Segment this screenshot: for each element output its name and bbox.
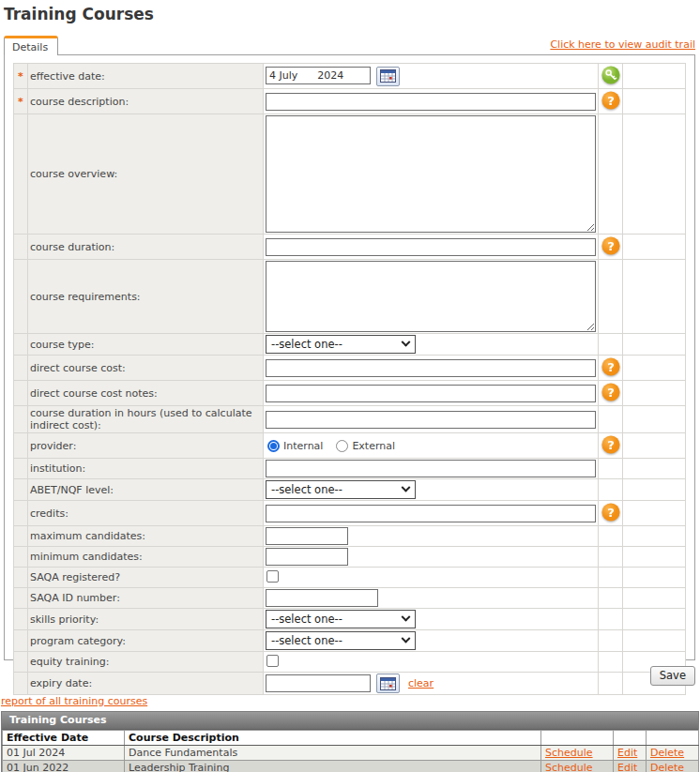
equity-training-checkbox[interactable] xyxy=(266,655,279,667)
column-header-effective-date: Effective Date xyxy=(3,731,125,746)
provider-external-label: External xyxy=(352,440,395,452)
svg-text:?: ? xyxy=(607,506,615,520)
cell-course-description: Dance Fundamentals xyxy=(125,746,541,761)
svg-text:?: ? xyxy=(607,386,615,400)
required-marker: * xyxy=(14,64,28,89)
course-overview-textarea[interactable] xyxy=(266,115,596,233)
provider-radio-group: Internal External xyxy=(266,440,596,452)
calendar-button[interactable] xyxy=(376,67,400,86)
maximum-candidates-label: maximum candidates: xyxy=(30,530,145,542)
help-icon[interactable]: ? xyxy=(601,503,620,522)
form-row-provider: provider: Internal External ? xyxy=(14,433,686,459)
institution-input[interactable] xyxy=(266,460,596,477)
training-courses-table: Training Courses Effective Date Course D… xyxy=(1,711,699,772)
skills-priority-select[interactable]: --select one-- xyxy=(266,610,416,628)
selected-option: --select one-- xyxy=(271,338,342,351)
course-type-select[interactable]: --select one-- xyxy=(266,335,416,354)
delete-link[interactable]: Delete xyxy=(650,747,684,759)
table-header-row: Effective Date Course Description xyxy=(3,731,699,746)
program-category-select[interactable]: --select one-- xyxy=(266,631,416,650)
course-duration-hours-label: course duration in hours (used to calcul… xyxy=(30,407,252,431)
help-icon[interactable]: ? xyxy=(601,236,620,255)
clear-date-link[interactable]: clear xyxy=(408,677,434,689)
selected-option: --select one-- xyxy=(271,613,342,626)
minimum-candidates-input[interactable] xyxy=(266,548,348,566)
skills-priority-label: skills priority: xyxy=(30,613,99,626)
table-row: 01 Jul 2024 Dance Fundamentals Schedule … xyxy=(3,746,699,761)
form-row-program-category: program category: --select one-- xyxy=(14,630,686,652)
form-row-course-overview: course overview: xyxy=(14,114,686,235)
form-row-course-requirements: course requirements: xyxy=(14,260,686,334)
minimum-candidates-label: minimum candidates: xyxy=(30,551,143,563)
key-icon[interactable] xyxy=(601,66,620,84)
form-row-abet-nqf-level: ABET/NQF level: --select one-- xyxy=(14,479,686,501)
delete-link[interactable]: Delete xyxy=(650,762,684,772)
credits-input[interactable] xyxy=(266,505,596,522)
help-icon[interactable]: ? xyxy=(601,357,620,376)
direct-course-cost-notes-label: direct course cost notes: xyxy=(30,387,158,400)
expiry-date-label: expiry date: xyxy=(30,677,92,689)
course-duration-input[interactable] xyxy=(266,238,596,256)
provider-internal-radio[interactable] xyxy=(267,440,280,452)
saqa-id-number-label: SAQA ID number: xyxy=(30,592,120,604)
abet-nqf-level-select[interactable]: --select one-- xyxy=(266,480,416,499)
tab-details[interactable]: Details xyxy=(4,36,58,55)
help-icon[interactable]: ? xyxy=(601,91,620,110)
help-icon[interactable]: ? xyxy=(601,435,620,454)
calendar-button[interactable] xyxy=(376,674,400,693)
form-row-credits: credits: ? xyxy=(14,501,686,526)
course-description-label: course description: xyxy=(30,96,129,108)
chevron-down-icon xyxy=(402,482,411,492)
direct-course-cost-input[interactable] xyxy=(266,359,596,377)
calendar-icon xyxy=(380,677,396,690)
provider-external-radio[interactable] xyxy=(336,440,348,452)
help-icon[interactable]: ? xyxy=(601,383,620,401)
maximum-candidates-input[interactable] xyxy=(266,527,348,545)
schedule-link[interactable]: Schedule xyxy=(545,747,593,759)
direct-course-cost-notes-input[interactable] xyxy=(266,385,596,402)
provider-label: provider: xyxy=(30,440,76,452)
report-link[interactable]: report of all training courses xyxy=(1,695,147,707)
form-row-institution: institution: xyxy=(14,459,686,479)
effective-date-input[interactable] xyxy=(266,67,371,84)
form-row-course-duration: course duration: ? xyxy=(14,235,686,260)
provider-internal-label: Internal xyxy=(283,440,323,452)
calendar-icon xyxy=(380,69,396,83)
chevron-down-icon xyxy=(402,612,411,621)
course-requirements-textarea[interactable] xyxy=(266,261,596,332)
program-category-label: program category: xyxy=(30,635,126,647)
course-overview-label: course overview: xyxy=(30,168,117,180)
save-button[interactable]: Save xyxy=(650,666,695,686)
column-header-course-description: Course Description xyxy=(125,731,541,746)
edit-link[interactable]: Edit xyxy=(617,747,637,759)
audit-trail-link[interactable]: Click here to view audit trail xyxy=(550,38,695,51)
selected-option: --select one-- xyxy=(271,634,342,647)
tab-bar: Details Click here to view audit trail xyxy=(4,34,695,54)
institution-label: institution: xyxy=(30,462,85,475)
expiry-date-input[interactable] xyxy=(266,674,371,692)
form-row-course-duration-hours: course duration in hours (used to calcul… xyxy=(14,406,686,433)
course-duration-hours-input[interactable] xyxy=(266,411,596,429)
course-description-input[interactable] xyxy=(266,93,596,111)
chevron-down-icon xyxy=(402,337,411,346)
edit-link[interactable]: Edit xyxy=(617,762,637,772)
cell-course-description: Leadership Training xyxy=(125,761,541,772)
form-row-direct-course-cost-notes: direct course cost notes: ? xyxy=(14,381,686,406)
chevron-down-icon xyxy=(402,633,411,643)
form-row-course-type: course type: --select one-- xyxy=(14,334,686,356)
form-row-skills-priority: skills priority: --select one-- xyxy=(14,609,686,630)
schedule-link[interactable]: Schedule xyxy=(545,762,593,772)
effective-date-label: effective date: xyxy=(30,70,105,83)
table-title: Training Courses xyxy=(2,712,698,730)
saqa-registered-checkbox[interactable] xyxy=(266,570,279,583)
form-row-maximum-candidates: maximum candidates: xyxy=(14,526,686,547)
svg-text:?: ? xyxy=(607,239,615,253)
cell-effective-date: 01 Jun 2022 xyxy=(3,761,125,772)
form-row-saqa-id-number: SAQA ID number: xyxy=(14,588,686,609)
saqa-id-number-input[interactable] xyxy=(266,589,378,607)
course-type-label: course type: xyxy=(30,339,95,351)
form-row-saqa-registered: SAQA registered? xyxy=(14,568,686,588)
page-title: Training Courses xyxy=(0,0,700,23)
form-row-effective-date: * effective date: xyxy=(14,64,686,89)
saqa-registered-label: SAQA registered? xyxy=(30,571,120,583)
